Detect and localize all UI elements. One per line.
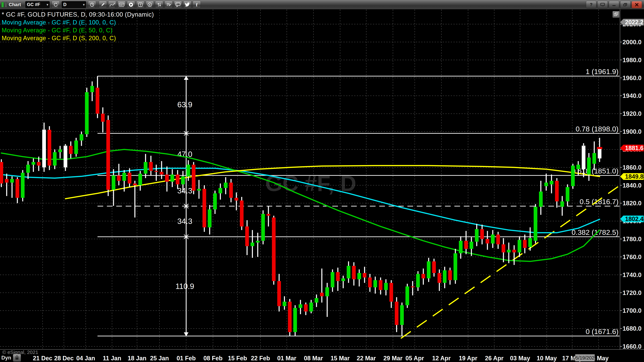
svg-text:26 Apr: 26 Apr xyxy=(485,355,504,362)
svg-text:1780.0: 1780.0 xyxy=(622,236,642,243)
last-price-tick xyxy=(597,147,602,149)
chart-shortcut-icon[interactable] xyxy=(612,11,620,18)
svg-text:1940.0: 1940.0 xyxy=(622,92,642,99)
svg-text:01 Feb: 01 Feb xyxy=(176,355,196,362)
price-axis[interactable]: 2020.02000.01980.01960.01940.01920.01900… xyxy=(620,19,644,350)
svg-text:2000.0: 2000.0 xyxy=(622,39,642,45)
svg-text:0 (1671.6): 0 (1671.6) xyxy=(586,328,618,336)
esignal-chart-window: Chart GC #F ▾ ▾ D ▾ ▾ ▾GET▾▾TA▾f ? GC #F… xyxy=(0,0,644,362)
svg-text:21 Dec: 21 Dec xyxy=(33,355,52,362)
svg-text:05/19/2021: 05/19/2021 xyxy=(573,355,597,361)
svg-text:11 Jan: 11 Jan xyxy=(103,355,121,362)
price-tag: 2022.2 xyxy=(620,19,644,26)
svg-text:08 Feb: 08 Feb xyxy=(204,355,222,362)
chart-plot-area[interactable]: GC #F, D1 (1961.9)0.78 (1898.0)0.618 (18… xyxy=(0,0,644,362)
svg-text:1680.0: 1680.0 xyxy=(622,325,642,332)
svg-text:1980.0: 1980.0 xyxy=(622,57,642,63)
chart-header: * GC #F, GOLD FUTURES, D, 09:30-16:00 (D… xyxy=(2,11,154,42)
svg-text:04 Jan: 04 Jan xyxy=(76,355,95,362)
dynamic-mode-control: Dyn xyxy=(1,354,21,362)
svg-text:19 Apr: 19 Apr xyxy=(459,355,478,362)
svg-text:1900.0: 1900.0 xyxy=(622,128,642,135)
svg-text:34.3: 34.3 xyxy=(177,186,192,195)
legend-ma-1[interactable]: Moving Average - GC #F, D (E, 50, 0, C) xyxy=(2,27,154,34)
chart-title: * GC #F, GOLD FUTURES, D, 09:30-16:00 (D… xyxy=(2,11,154,18)
svg-text:63.9: 63.9 xyxy=(177,100,192,109)
price-tag: 1881.6 xyxy=(620,145,644,151)
svg-text:15 Mar: 15 Mar xyxy=(330,355,350,362)
svg-text:22 Mar: 22 Mar xyxy=(357,355,376,362)
svg-text:12 Apr: 12 Apr xyxy=(432,355,451,362)
svg-text:1660.0: 1660.0 xyxy=(622,343,642,350)
svg-text:1802.4: 1802.4 xyxy=(625,216,644,222)
svg-text:1 (1961.9): 1 (1961.9) xyxy=(586,67,618,76)
price-tag: 1849.8 xyxy=(620,173,644,180)
svg-text:15 Feb: 15 Feb xyxy=(228,355,247,362)
svg-text:1840.0: 1840.0 xyxy=(622,182,642,189)
svg-text:18 Jan: 18 Jan xyxy=(128,355,146,362)
svg-text:1920.0: 1920.0 xyxy=(622,110,642,117)
svg-text:1820.0: 1820.0 xyxy=(622,200,642,207)
ema-50-line[interactable] xyxy=(1,149,600,261)
legend-ma-0[interactable]: Moving Average - GC #F, D (E, 100, 0, C) xyxy=(2,19,154,26)
price-tag: 1802.4 xyxy=(620,216,644,222)
svg-text:25 Jan: 25 Jan xyxy=(150,355,169,362)
svg-text:110.9: 110.9 xyxy=(176,282,194,291)
svg-text:01 Mar: 01 Mar xyxy=(277,355,296,362)
lock-icon[interactable] xyxy=(13,354,21,362)
svg-text:1960.0: 1960.0 xyxy=(622,75,642,81)
dyn-mode-label: Dyn xyxy=(1,355,11,361)
svg-text:34.3: 34.3 xyxy=(177,217,192,226)
svg-text:22 Feb: 22 Feb xyxy=(251,355,270,362)
svg-text:0.5 (1816.7): 0.5 (1816.7) xyxy=(580,198,618,206)
svg-text:08 Mar: 08 Mar xyxy=(304,355,323,362)
svg-text:2022.2: 2022.2 xyxy=(625,19,644,26)
cursor-date-box: 05/19/2021 xyxy=(573,354,597,361)
legend-ma-2[interactable]: Moving Average - GC #F, D (S, 200, 0, C) xyxy=(2,35,154,42)
svg-text:10 May: 10 May xyxy=(537,355,557,362)
svg-text:1700.0: 1700.0 xyxy=(622,307,642,314)
svg-text:28 Dec: 28 Dec xyxy=(54,355,74,362)
svg-text:1740.0: 1740.0 xyxy=(622,272,642,278)
svg-text:1849.8: 1849.8 xyxy=(625,173,644,180)
svg-text:1881.6: 1881.6 xyxy=(625,145,644,151)
svg-text:1860.0: 1860.0 xyxy=(622,164,642,171)
svg-text:29 Mar: 29 Mar xyxy=(384,355,402,362)
svg-text:05 Apr: 05 Apr xyxy=(406,355,424,362)
svg-text:03 May: 03 May xyxy=(510,355,530,362)
svg-text:0.78 (1898.0): 0.78 (1898.0) xyxy=(576,125,618,133)
time-axis[interactable]: © eSignal, 202121 Dec28 Dec04 Jan11 Jan1… xyxy=(2,350,608,362)
svg-text:1720.0: 1720.0 xyxy=(622,290,642,296)
svg-text:1760.0: 1760.0 xyxy=(622,254,642,260)
